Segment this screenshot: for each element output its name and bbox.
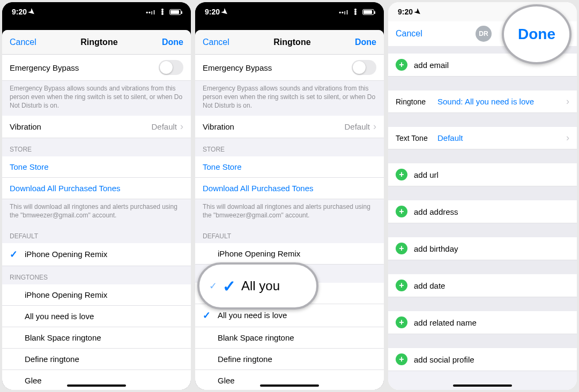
- status-bar: 9:20 ➤: [195, 2, 384, 21]
- vibration-value: Default: [151, 122, 177, 131]
- wifi-icon: [158, 9, 167, 15]
- ringtone-row[interactable]: All you need is love: [2, 306, 191, 327]
- status-time: 9:20: [12, 7, 27, 16]
- plus-icon: +: [396, 169, 407, 180]
- checkmark-icon: ✓: [222, 277, 236, 296]
- done-button[interactable]: Done: [162, 37, 183, 47]
- default-ringtone-row[interactable]: iPhone Opening Remix: [195, 243, 384, 265]
- nav-title: Ringtone: [273, 37, 310, 47]
- emergency-bypass-label: Emergency Bypass: [203, 63, 352, 72]
- checkmark-icon: ✓: [10, 248, 25, 260]
- cancel-button[interactable]: Cancel: [396, 29, 422, 39]
- default-ringtone-label: iPhone Opening Remix: [25, 250, 107, 259]
- home-indicator[interactable]: [67, 385, 126, 387]
- done-button[interactable]: Done: [355, 37, 376, 47]
- ringtone-key: Ringtone: [396, 97, 437, 106]
- emergency-bypass-toggle[interactable]: [159, 60, 183, 75]
- wifi-icon: [351, 9, 360, 15]
- settings-list[interactable]: Emergency Bypass Emergency Bypass allows…: [2, 55, 191, 390]
- settings-list[interactable]: Emergency Bypass Emergency Bypass allows…: [195, 55, 384, 390]
- emergency-footer: Emergency Bypass allows sounds and vibra…: [195, 81, 384, 116]
- nav-bar: Cancel Ringtone Done: [195, 30, 384, 55]
- ringtone-row[interactable]: Define ringtone: [2, 349, 191, 370]
- store-header: STORE: [2, 138, 191, 156]
- ringtone-row[interactable]: Blank Space ringtone: [195, 327, 384, 349]
- texttone-key: Text Tone: [396, 134, 437, 142]
- nav-title: Ringtone: [80, 37, 117, 47]
- location-icon: ➤: [27, 6, 37, 17]
- sheet-handle-area: [195, 21, 384, 30]
- plus-icon: +: [396, 206, 407, 217]
- store-header: STORE: [195, 138, 384, 156]
- download-all-row[interactable]: Download All Purchased Tones: [2, 178, 191, 199]
- signal-icon: [339, 7, 348, 16]
- tone-store-row[interactable]: Tone Store: [2, 156, 191, 178]
- plus-icon: +: [396, 280, 407, 291]
- plus-icon: +: [396, 59, 407, 71]
- chevron-right-icon: ›: [566, 96, 569, 107]
- nav-bar: Cancel Ringtone Done: [2, 30, 191, 55]
- home-indicator[interactable]: [453, 385, 512, 387]
- magnifier-selected-ringtone: ✓ ✓ All you: [197, 262, 318, 310]
- cancel-button[interactable]: Cancel: [10, 37, 36, 47]
- plus-icon: +: [396, 316, 407, 328]
- screen-2-ringtone-selected: 9:20 ➤ Cancel Ringtone Done Emergency By…: [195, 2, 384, 390]
- chevron-right-icon: ›: [180, 121, 183, 132]
- store-footer: This will download all ringtones and ale…: [195, 199, 384, 225]
- emergency-footer: Emergency Bypass allows sounds and vibra…: [2, 81, 191, 116]
- ringtone-row[interactable]: Glee: [195, 370, 384, 390]
- location-icon: ➤: [220, 6, 230, 17]
- home-indicator[interactable]: [260, 385, 319, 387]
- chevron-right-icon: ›: [373, 121, 376, 132]
- store-footer: This will download all ringtones and ale…: [2, 199, 191, 225]
- sheet-handle-area: [2, 21, 191, 30]
- texttone-field-row[interactable]: Text Tone Default ›: [388, 127, 577, 149]
- add-related-row[interactable]: + add related name: [388, 311, 577, 334]
- status-bar: 9:20 ➤: [2, 2, 191, 21]
- done-label: Done: [518, 26, 555, 43]
- vibration-row[interactable]: Vibration Default ›: [2, 116, 191, 138]
- emergency-bypass-toggle[interactable]: [352, 60, 376, 75]
- location-icon: ➤: [413, 6, 423, 17]
- tone-store-row[interactable]: Tone Store: [195, 156, 384, 178]
- add-date-row[interactable]: + add date: [388, 274, 577, 297]
- add-email-label: add email: [414, 61, 449, 70]
- download-all-row[interactable]: Download All Purchased Tones: [195, 178, 384, 199]
- magnifier-done-button: Done: [502, 4, 571, 64]
- add-address-row[interactable]: + add address: [388, 200, 577, 223]
- add-social-row[interactable]: + add social profile: [388, 348, 577, 371]
- screen-1-ringtone: 9:20 ➤ Cancel Ringtone Done Emergency By…: [2, 2, 191, 390]
- ringtone-field-row[interactable]: Ringtone Sound: All you need is love ›: [388, 91, 577, 113]
- ringtone-row[interactable]: Glee: [2, 370, 191, 390]
- vibration-label: Vibration: [10, 122, 151, 131]
- ringtone-row[interactable]: Define ringtone: [195, 349, 384, 370]
- cancel-button[interactable]: Cancel: [203, 37, 229, 47]
- status-time: 9:20: [398, 7, 413, 16]
- emergency-bypass-row[interactable]: Emergency Bypass: [2, 55, 191, 81]
- default-ringtone-label: iPhone Opening Remix: [218, 249, 300, 258]
- ringtone-row[interactable]: Blank Space ringtone: [2, 327, 191, 349]
- magnifier-text: All you: [241, 278, 280, 293]
- vibration-row[interactable]: Vibration Default ›: [195, 116, 384, 138]
- texttone-value: Default: [437, 133, 563, 142]
- default-ringtone-row[interactable]: ✓ iPhone Opening Remix: [2, 243, 191, 266]
- contact-content: Cancel DR + add email Ringtone Sound: Al…: [388, 21, 577, 390]
- vibration-label: Vibration: [203, 122, 344, 131]
- contact-fields-list[interactable]: + add email Ringtone Sound: All you need…: [388, 46, 577, 390]
- sheet-content: Cancel Ringtone Done Emergency Bypass Em…: [2, 30, 191, 390]
- add-url-row[interactable]: + add url: [388, 163, 577, 186]
- contact-avatar[interactable]: DR: [476, 26, 492, 42]
- chevron-right-icon: ›: [566, 132, 569, 144]
- emergency-bypass-row[interactable]: Emergency Bypass: [195, 55, 384, 81]
- sheet-content: Cancel Ringtone Done Emergency Bypass Em…: [195, 30, 384, 390]
- status-time: 9:20: [205, 7, 220, 16]
- ringtone-value: Sound: All you need is love: [437, 97, 563, 106]
- battery-icon: [362, 9, 374, 15]
- emergency-bypass-label: Emergency Bypass: [10, 63, 159, 72]
- vibration-value: Default: [344, 122, 370, 131]
- add-birthday-row[interactable]: + add birthday: [388, 237, 577, 260]
- ringtone-row[interactable]: iPhone Opening Remix: [2, 284, 191, 306]
- default-header: DEFAULT: [2, 225, 191, 243]
- ringtones-header: RINGTONES: [2, 266, 191, 284]
- battery-icon: [169, 9, 181, 15]
